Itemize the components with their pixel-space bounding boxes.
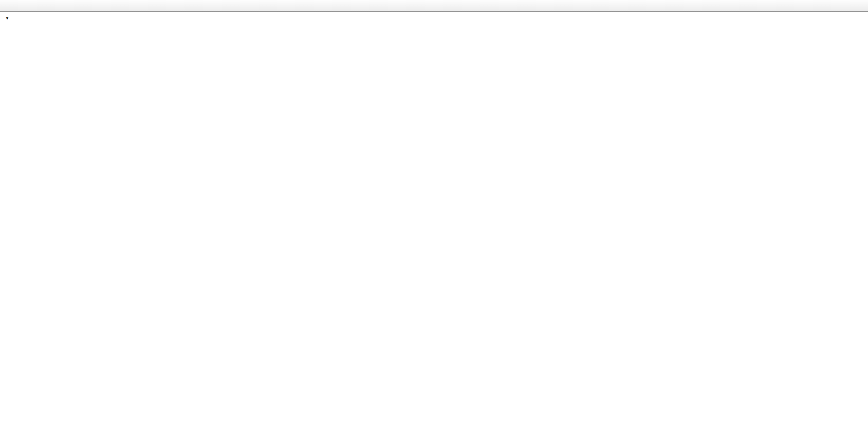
- symbol-dropdown-icon[interactable]: ▼: [5, 16, 9, 21]
- chart-title: ▼: [5, 14, 14, 22]
- chart-window[interactable]: ▼: [0, 12, 868, 445]
- chart-surface[interactable]: [0, 12, 868, 445]
- toolbar: [0, 0, 868, 12]
